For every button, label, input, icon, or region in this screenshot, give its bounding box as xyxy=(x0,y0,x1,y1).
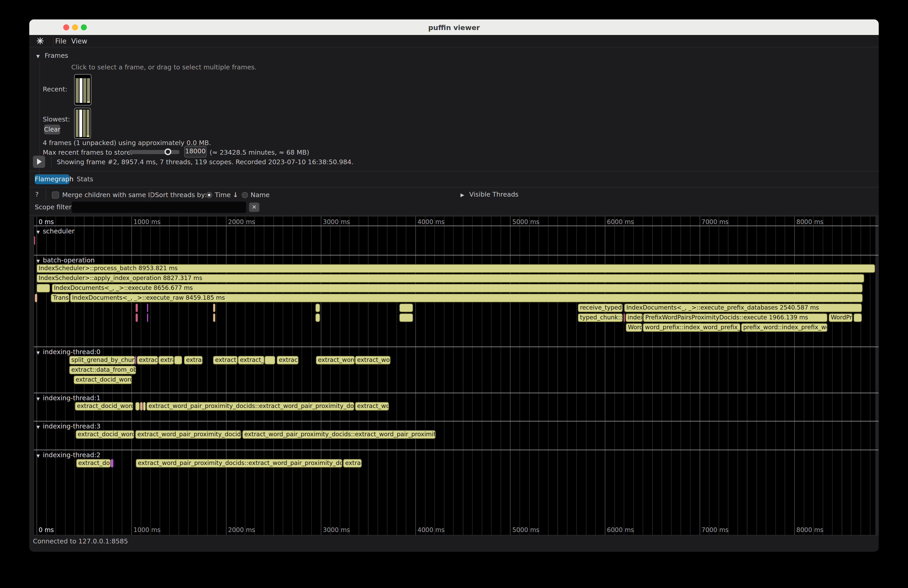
scope-bar[interactable] xyxy=(140,402,143,411)
flamegraph-canvas[interactable]: 0 ms0 ms1000 ms1000 ms2000 ms2000 ms3000… xyxy=(34,216,879,535)
frame-thumbnail-bar[interactable] xyxy=(87,109,89,137)
scope-bar[interactable] xyxy=(147,313,148,322)
frames-header[interactable]: ▼ Frames xyxy=(36,52,68,59)
scope-bar[interactable] xyxy=(35,294,37,302)
scope-bar[interactable]: IndexDocuments<_, _>::execute 8656.677 m… xyxy=(52,284,863,292)
axis-tick-label: 1000 ms xyxy=(134,526,161,533)
thread-header-batch-operation[interactable]: ▼batch-operation xyxy=(37,257,95,264)
scope-bar[interactable] xyxy=(213,304,215,312)
visible-threads-header[interactable]: ▶ Visible Threads xyxy=(460,191,518,198)
scope-bar[interactable] xyxy=(174,356,182,365)
scope-bar[interactable]: prefix_word::index_prefix_wo xyxy=(741,323,828,332)
thread-header-indexing-thread-2[interactable]: ▼indexing-thread:2 xyxy=(37,451,101,459)
scope-bar[interactable] xyxy=(135,356,136,365)
scope-bar[interactable] xyxy=(264,356,275,365)
scope-bar[interactable]: index xyxy=(626,313,642,322)
max-frames-slider-track[interactable] xyxy=(129,150,180,154)
scope-bar[interactable]: split_grenad_by_chun xyxy=(69,356,135,365)
scope-bar[interactable]: extract_ xyxy=(238,356,264,365)
scope-bar[interactable] xyxy=(111,459,114,468)
scope-bar[interactable]: extract_docid_word xyxy=(76,430,134,439)
scope-bar[interactable] xyxy=(316,304,320,312)
scope-bar[interactable]: extra xyxy=(158,356,174,365)
tab-flamegraph[interactable]: Flamegraph xyxy=(35,174,69,184)
scope-bar[interactable] xyxy=(135,313,138,322)
scope-bar[interactable] xyxy=(135,402,140,411)
menu-item-file[interactable]: File xyxy=(55,37,67,45)
scope-bar[interactable]: extract xyxy=(277,356,298,365)
thread-header-indexing-thread-3[interactable]: ▼indexing-thread:3 xyxy=(37,423,101,430)
frame-thumbnail-bar[interactable] xyxy=(79,109,82,137)
scope-bar[interactable]: word_prefix::index_word_prefix_ xyxy=(643,323,741,332)
scope-filter-input[interactable] xyxy=(72,201,246,213)
menu-item-view[interactable]: View xyxy=(71,37,87,45)
scope-bar[interactable] xyxy=(147,304,148,312)
scope-bar[interactable]: typed_chunk::w xyxy=(578,313,623,322)
scope-bar[interactable]: extract::data_from_ob xyxy=(69,366,136,374)
clear-button[interactable]: Clear xyxy=(44,125,60,135)
scope-bar[interactable] xyxy=(853,313,862,322)
scope-bar[interactable]: IndexScheduler>::process_batch 8953.821 … xyxy=(37,264,875,273)
scope-bar[interactable]: receive_typed_ xyxy=(578,304,623,312)
recent-frames-thumbnail[interactable] xyxy=(74,74,92,105)
frame-thumbnail-bar[interactable] xyxy=(83,78,86,103)
plot-scroll-strip[interactable] xyxy=(875,217,879,535)
scope-bar[interactable] xyxy=(135,304,138,312)
thread-header-scheduler[interactable]: ▼scheduler xyxy=(37,227,75,235)
merge-children-checkbox[interactable] xyxy=(52,191,59,199)
scope-bar[interactable]: extract_word_pair_proximity_docids xyxy=(135,430,241,439)
theme-sun-icon[interactable] xyxy=(37,37,44,46)
play-button[interactable] xyxy=(33,156,45,168)
scope-bar[interactable] xyxy=(34,236,35,245)
clear-filter-button[interactable]: ✕ xyxy=(249,202,259,212)
scope-bar[interactable]: extract_wo xyxy=(355,356,391,365)
frame-thumbnail-bar[interactable] xyxy=(80,78,83,103)
scope-bar[interactable]: extrac xyxy=(184,356,203,365)
sort-direction-arrow-icon: ↓ xyxy=(233,191,238,199)
scope-bar[interactable] xyxy=(316,313,320,322)
max-frames-value[interactable]: 18000 xyxy=(184,146,206,157)
scope-bar[interactable] xyxy=(37,284,50,292)
thread-header-label: indexing-thread:0 xyxy=(43,348,100,356)
recent-label: Recent: xyxy=(43,85,68,93)
help-button[interactable]: ? xyxy=(35,191,39,198)
scope-bar[interactable]: extract_word_pair_proximity_docids::extr… xyxy=(136,459,342,468)
divider xyxy=(29,171,879,172)
frame-thumbnail-bar[interactable] xyxy=(76,78,79,103)
scope-bar[interactable]: PrefixWordPairsProximityDocids::execute … xyxy=(643,313,828,322)
scope-bar[interactable] xyxy=(623,313,625,322)
frame-thumbnail-bar[interactable] xyxy=(83,109,86,137)
scope-bar[interactable]: extract_word_pair_proximity_docids::extr… xyxy=(147,402,354,411)
sort-radio-time[interactable] xyxy=(206,192,212,198)
scope-bar[interactable]: Trans xyxy=(51,294,69,302)
scope-bar[interactable]: extract_docid_word xyxy=(74,376,132,384)
collapse-right-triangle-icon: ▶ xyxy=(460,192,464,198)
axis-tick-label: 6000 ms xyxy=(607,526,634,533)
sort-radio-name[interactable] xyxy=(242,192,248,198)
slowest-frames-thumbnail[interactable] xyxy=(74,108,91,139)
scope-bar[interactable]: extract_ xyxy=(213,356,238,365)
scope-bar[interactable]: Word xyxy=(626,323,642,332)
scope-bar[interactable]: extract_wo xyxy=(355,402,389,411)
scope-bar[interactable] xyxy=(399,313,413,322)
scope-bar[interactable] xyxy=(143,402,146,411)
scope-bar[interactable]: extract xyxy=(137,356,158,365)
scope-bar[interactable]: extract_word_pair_proximity_docids::extr… xyxy=(242,430,436,439)
thread-header-indexing-thread-0[interactable]: ▼indexing-thread:0 xyxy=(37,348,101,356)
scope-bar[interactable]: extract_word xyxy=(316,356,355,365)
scope-bar[interactable]: IndexDocuments<_, _>::execute_raw 8459.1… xyxy=(70,294,863,302)
scope-bar[interactable]: IndexDocuments<_, _>::execute_prefix_dat… xyxy=(624,304,862,312)
max-frames-slider-knob[interactable] xyxy=(164,148,171,155)
scope-bar[interactable]: WordPr xyxy=(829,313,853,322)
frame-thumbnail-bar[interactable] xyxy=(87,78,90,103)
thread-header-indexing-thread-1[interactable]: ▼indexing-thread:1 xyxy=(37,394,101,402)
scope-bar[interactable] xyxy=(213,313,215,322)
scope-bar[interactable]: IndexScheduler>::apply_index_operation 8… xyxy=(37,274,864,283)
scope-bar[interactable]: extract_doc xyxy=(76,459,111,468)
scope-bar[interactable]: extract_docid_word xyxy=(75,402,133,411)
frame-thumbnail-bar[interactable] xyxy=(76,109,79,137)
collapse-triangle-icon: ▼ xyxy=(37,396,40,401)
scope-bar[interactable] xyxy=(399,304,413,312)
tab-stats[interactable]: Stats xyxy=(73,174,97,184)
scope-bar[interactable]: extrac xyxy=(343,459,362,468)
